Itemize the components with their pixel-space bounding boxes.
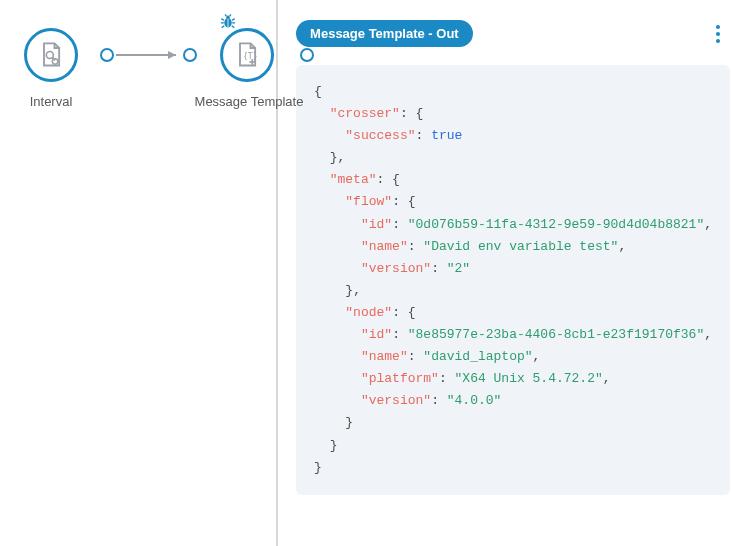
port-template-out[interactable] xyxy=(300,48,314,62)
svg-marker-8 xyxy=(168,51,176,59)
document-gear-icon xyxy=(37,41,65,69)
output-badge: Message Template - Out xyxy=(296,20,473,47)
detail-header: Message Template - Out xyxy=(296,20,730,47)
template-document-icon: {T} xyxy=(233,41,261,69)
svg-line-12 xyxy=(221,19,224,21)
connection-arrow xyxy=(114,0,184,60)
svg-line-18 xyxy=(225,15,226,17)
json-output[interactable]: { "crosser": { "success": true }, "meta"… xyxy=(296,65,730,495)
port-template-in[interactable] xyxy=(183,48,197,62)
node-interval[interactable] xyxy=(24,28,78,82)
node-interval-label: Interval xyxy=(16,94,86,109)
bug-icon xyxy=(218,12,238,32)
svg-line-16 xyxy=(222,26,225,28)
svg-text:{T}: {T} xyxy=(243,51,258,61)
flow-canvas[interactable]: {T} Interval Message Template xyxy=(0,0,278,546)
svg-point-0 xyxy=(46,52,53,59)
more-menu-button[interactable] xyxy=(706,22,730,46)
detail-pane: Message Template - Out { "crosser": { "s… xyxy=(278,0,748,546)
svg-line-13 xyxy=(232,19,235,21)
node-message-template[interactable]: {T} xyxy=(220,28,274,82)
port-interval-out[interactable] xyxy=(100,48,114,62)
node-template-label: Message Template xyxy=(192,94,306,109)
svg-line-17 xyxy=(232,26,235,28)
svg-line-19 xyxy=(230,15,231,17)
